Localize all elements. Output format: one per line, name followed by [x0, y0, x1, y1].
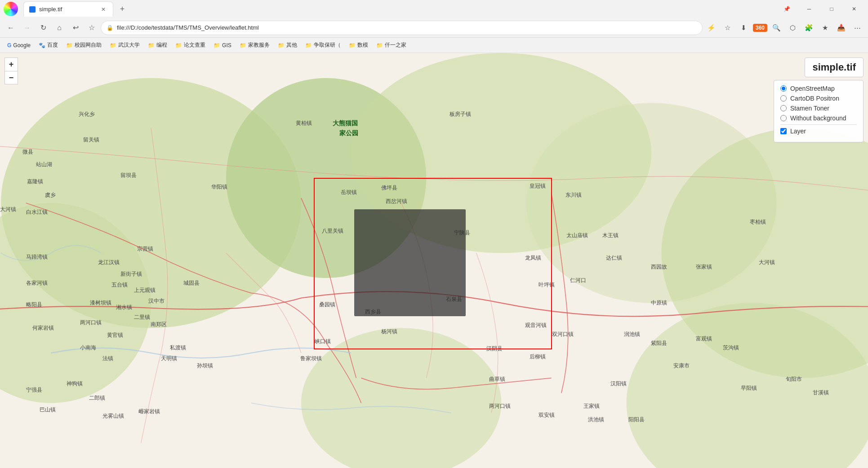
- bookmark-grad-label: 争取保研（: [314, 41, 341, 49]
- bookmark-tutor-label: 家教服务: [248, 41, 270, 49]
- collections-button[interactable]: ⬇: [737, 21, 751, 35]
- browser-logo-icon: [4, 2, 18, 16]
- maximize-button[interactable]: □: [821, 2, 842, 16]
- nobg-radio[interactable]: [780, 115, 787, 121]
- coding-folder-icon: 📁: [148, 42, 155, 49]
- bookmark-thesis-label: 论文查重: [184, 41, 205, 49]
- layer-option-stamen[interactable]: Stamen Toner: [780, 105, 857, 112]
- bookmark-campus[interactable]: 📁 校园网自助: [62, 40, 105, 51]
- layer-option-layer[interactable]: Layer: [780, 128, 857, 135]
- layer-option-nobg[interactable]: Without background: [780, 115, 857, 122]
- tutor-folder-icon: 📁: [240, 42, 246, 49]
- tab-title: simple.tif: [39, 6, 62, 13]
- nobg-label: Without background: [790, 115, 846, 122]
- bookmark-other-label: 其他: [286, 41, 297, 49]
- zoom-in-button[interactable]: +: [4, 57, 18, 71]
- whu-folder-icon: 📁: [110, 42, 116, 49]
- bookmark-google[interactable]: G Google: [4, 40, 34, 50]
- math-folder-icon: 📁: [349, 42, 356, 49]
- baidu-icon: 🐾: [39, 42, 45, 49]
- tab-close-button[interactable]: ✕: [99, 5, 107, 13]
- nav-right-controls: ⚡ ☆ ⬇ 360 🔍 ⬡ 🧩 ★ 📥 ⋯: [704, 21, 864, 35]
- bookmark-tutor[interactable]: 📁 家教服务: [236, 40, 273, 51]
- other-folder-icon: 📁: [278, 42, 285, 49]
- menu-button[interactable]: ⋯: [850, 21, 864, 35]
- bookmark-home[interactable]: 📁 仟一之家: [373, 40, 410, 51]
- reload-button[interactable]: ↻: [36, 21, 50, 35]
- carto-label: CartoDB Positron: [790, 95, 839, 102]
- close-button[interactable]: ✕: [844, 2, 864, 16]
- gis-folder-icon: 📁: [214, 42, 220, 49]
- undo-button[interactable]: ↩: [68, 21, 83, 35]
- map-title: simple.tif: [812, 62, 856, 73]
- lightning-icon[interactable]: ⚡: [704, 21, 719, 35]
- new-tab-button[interactable]: +: [115, 2, 129, 16]
- forward-button[interactable]: →: [20, 21, 34, 35]
- browser-frame: simple.tif ✕ + 📌 ─ □ ✕ ← → ↻ ⌂ ↩ ☆ 🔒 fil…: [0, 0, 868, 468]
- bookmark-campus-label: 校园网自助: [75, 41, 102, 49]
- bookmark-baidu-label: 百度: [47, 41, 58, 49]
- stamen-label: Stamen Toner: [790, 105, 829, 112]
- browser-tab[interactable]: simple.tif ✕: [23, 1, 113, 17]
- bookmark-star2-button[interactable]: ☆: [721, 21, 735, 35]
- layer-label: Layer: [790, 128, 806, 135]
- layer-control: OpenStreetMap CartoDB Positron Stamen To…: [774, 80, 864, 142]
- title-bar: simple.tif ✕ + 📌 ─ □ ✕: [0, 0, 868, 18]
- bookmark-baidu[interactable]: 🐾 百度: [35, 40, 62, 51]
- bookmarks-bar: G Google 🐾 百度 📁 校园网自助 📁 武汉大学 📁 编程 📁 论文查重…: [0, 38, 868, 53]
- window-controls: 📌 ─ □ ✕: [776, 2, 864, 16]
- bookmark-star-button[interactable]: ☆: [85, 21, 99, 35]
- google-icon: G: [7, 42, 11, 49]
- extensions-icon[interactable]: 🧩: [801, 21, 816, 35]
- main-content[interactable]: 大熊猫国 家公园 兴化乡 微县 嘉隆镇 站山湖 大河镇 虞乡 白水江镇 马蹄湾镇…: [0, 53, 868, 468]
- home-button[interactable]: ⌂: [52, 21, 67, 35]
- nav-bar: ← → ↻ ⌂ ↩ ☆ 🔒 file:///D:/code/testdata/T…: [0, 18, 868, 38]
- bookmark-whu[interactable]: 📁 武汉大学: [106, 40, 143, 51]
- tab-page-icon: [29, 6, 36, 13]
- favorites-icon[interactable]: ★: [818, 21, 832, 35]
- collections2-icon[interactable]: 📥: [834, 21, 848, 35]
- layer-option-carto[interactable]: CartoDB Positron: [780, 95, 857, 102]
- security-icon: 🔒: [107, 25, 113, 31]
- layer-option-osm[interactable]: OpenStreetMap: [780, 85, 857, 92]
- bookmark-whu-label: 武汉大学: [118, 41, 140, 49]
- campus-folder-icon: 📁: [66, 42, 73, 49]
- tif-data-overlay: [354, 209, 466, 316]
- osm-radio[interactable]: [780, 85, 787, 92]
- bookmark-coding-label: 编程: [156, 41, 167, 49]
- carto-radio[interactable]: [780, 95, 787, 102]
- bookmark-grad[interactable]: 📁 争取保研（: [302, 40, 344, 51]
- map-title-box: simple.tif: [805, 57, 864, 77]
- thesis-folder-icon: 📁: [175, 42, 182, 49]
- bookmark-coding[interactable]: 📁 编程: [144, 40, 171, 51]
- bookmark-gis[interactable]: 📁 GIS: [210, 40, 235, 50]
- stamen-radio[interactable]: [780, 105, 787, 111]
- home-folder-icon: 📁: [376, 42, 383, 49]
- layer-divider: [780, 124, 857, 125]
- layer-checkbox[interactable]: [780, 128, 787, 134]
- bookmark-home-label: 仟一之家: [385, 41, 406, 49]
- pin-window-button[interactable]: 📌: [776, 2, 797, 16]
- bookmark-google-label: Google: [13, 42, 31, 49]
- grad-folder-icon: 📁: [305, 42, 312, 49]
- minimize-button[interactable]: ─: [799, 2, 819, 16]
- url-text: file:///D:/code/testdata/TMS/TMS_Overvie…: [117, 24, 697, 31]
- zoom-controls: + −: [4, 57, 18, 84]
- back-button[interactable]: ←: [4, 21, 18, 35]
- search-button[interactable]: 🔍: [769, 21, 783, 35]
- map-area[interactable]: 大熊猫国 家公园 兴化乡 微县 嘉隆镇 站山湖 大河镇 虞乡 白水江镇 马蹄湾镇…: [0, 53, 868, 468]
- bookmark-math[interactable]: 📁 数模: [345, 40, 372, 51]
- zoom-out-button[interactable]: −: [4, 71, 18, 84]
- profile-icon[interactable]: ⬡: [785, 21, 800, 35]
- osm-label: OpenStreetMap: [790, 85, 835, 92]
- bookmark-math-label: 数模: [357, 41, 368, 49]
- search-engine-badge: 360: [753, 24, 767, 32]
- bookmark-thesis[interactable]: 📁 论文查重: [172, 40, 209, 51]
- bookmark-other[interactable]: 📁 其他: [274, 40, 301, 51]
- address-bar[interactable]: 🔒 file:///D:/code/testdata/TMS/TMS_Overv…: [101, 21, 703, 35]
- bookmark-gis-label: GIS: [222, 42, 231, 49]
